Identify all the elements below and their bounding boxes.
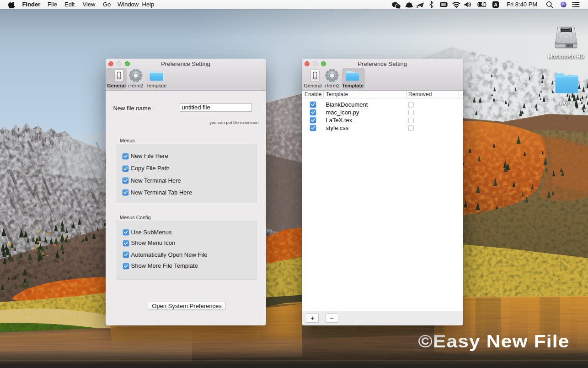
svg-text:A: A bbox=[494, 2, 497, 7]
svg-text:P.: P. bbox=[417, 6, 419, 9]
